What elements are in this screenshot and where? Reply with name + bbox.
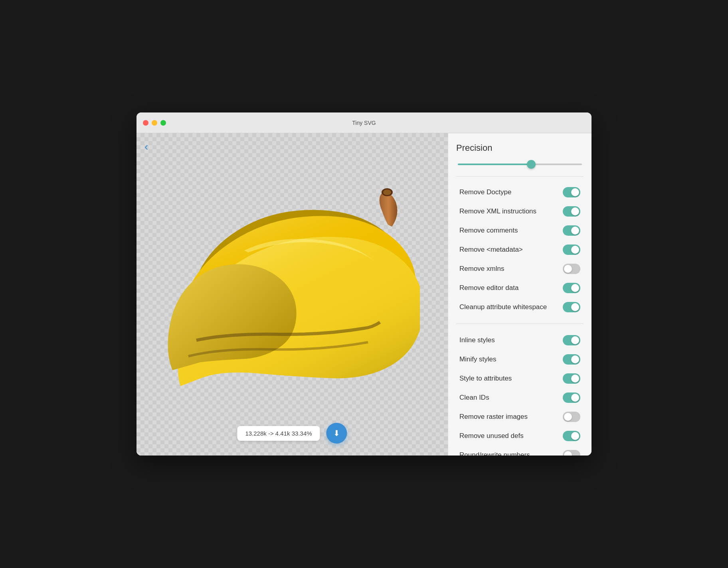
toggle-switch-remove-raster[interactable] [563, 412, 580, 422]
toggle-switch-cleanup-whitespace[interactable] [563, 302, 580, 312]
toggle-switch-minify-styles[interactable] [563, 354, 580, 365]
toggle-item-remove-editor-data: Remove editor data [456, 279, 584, 297]
main-content: ‹ [136, 133, 592, 456]
size-info: 13.228k -> 4.41k 33.34% [237, 426, 320, 441]
toggle-label-remove-xml: Remove XML instructions [459, 207, 556, 215]
toggle-switch-remove-xmlns[interactable] [563, 264, 580, 274]
toggle-label-remove-unused-defs: Remove unused defs [459, 432, 556, 440]
svg-point-1 [383, 189, 391, 195]
toggle-switch-round-rewrite[interactable] [563, 450, 580, 456]
toggle-switch-clean-ids[interactable] [563, 392, 580, 403]
precision-section: Precision [456, 143, 584, 167]
toggle-switch-style-to-attributes[interactable] [563, 373, 580, 384]
settings-panel: Precision Remove DoctypeRemove XML instr… [448, 133, 592, 456]
toggle-switch-remove-doctype[interactable] [563, 187, 580, 197]
toggle-label-inline-styles: Inline styles [459, 336, 556, 344]
toggle-item-cleanup-whitespace: Cleanup attribute whitespace [456, 298, 584, 316]
toggle-label-minify-styles: Minify styles [459, 355, 556, 363]
toggle-switch-remove-unused-defs[interactable] [563, 431, 580, 441]
toggle-item-remove-metadata: Remove <metadata> [456, 241, 584, 259]
toggle-item-remove-xmlns: Remove xmlns [456, 260, 584, 278]
toggle-label-remove-metadata: Remove <metadata> [459, 246, 556, 254]
divider-2 [456, 323, 584, 324]
toggle-label-remove-xmlns: Remove xmlns [459, 265, 556, 273]
info-bar: 13.228k -> 4.41k 33.34% ⬇ [237, 423, 347, 444]
download-icon: ⬇ [333, 428, 340, 438]
minimize-button[interactable] [152, 120, 157, 126]
precision-slider[interactable] [458, 164, 582, 165]
toggle-list: Remove DoctypeRemove XML instructionsRem… [456, 183, 584, 456]
app-window: Tiny SVG ‹ [136, 112, 592, 456]
toggle-item-round-rewrite: Round/rewrite numbers [456, 446, 584, 456]
toggle-item-remove-doctype: Remove Doctype [456, 183, 584, 201]
toggle-label-remove-raster: Remove raster images [459, 413, 556, 421]
toggle-item-inline-styles: Inline styles [456, 331, 584, 349]
window-title: Tiny SVG [352, 120, 376, 126]
toggle-item-clean-ids: Clean IDs [456, 389, 584, 407]
toggle-label-style-to-attributes: Style to attributes [459, 375, 556, 383]
preview-panel: ‹ [136, 133, 448, 456]
back-button[interactable]: ‹ [144, 141, 148, 152]
toggle-item-style-to-attributes: Style to attributes [456, 369, 584, 388]
download-button[interactable]: ⬇ [326, 423, 347, 444]
toggle-item-remove-unused-defs: Remove unused defs [456, 427, 584, 445]
toggle-label-remove-doctype: Remove Doctype [459, 188, 556, 196]
toggle-label-cleanup-whitespace: Cleanup attribute whitespace [459, 303, 556, 311]
toggle-switch-remove-metadata[interactable] [563, 245, 580, 255]
slider-container [456, 160, 584, 167]
traffic-lights [143, 120, 166, 126]
toggle-switch-inline-styles[interactable] [563, 335, 580, 345]
toggle-label-round-rewrite: Round/rewrite numbers [459, 451, 556, 456]
toggle-switch-remove-editor-data[interactable] [563, 283, 580, 293]
precision-label: Precision [456, 143, 584, 153]
banana-svg [164, 179, 420, 410]
toggle-label-clean-ids: Clean IDs [459, 394, 556, 402]
toggle-item-minify-styles: Minify styles [456, 350, 584, 369]
toggle-switch-remove-xml[interactable] [563, 206, 580, 217]
toggle-item-remove-comments: Remove comments [456, 221, 584, 240]
toggle-item-remove-xml: Remove XML instructions [456, 202, 584, 221]
maximize-button[interactable] [160, 120, 166, 126]
toggle-label-remove-comments: Remove comments [459, 227, 556, 235]
toggle-label-remove-editor-data: Remove editor data [459, 284, 556, 292]
toggle-switch-remove-comments[interactable] [563, 225, 580, 236]
svg-preview-container [156, 159, 428, 430]
divider-1 [456, 176, 584, 177]
titlebar: Tiny SVG [136, 112, 592, 133]
close-button[interactable] [143, 120, 148, 126]
toggle-item-remove-raster: Remove raster images [456, 408, 584, 426]
